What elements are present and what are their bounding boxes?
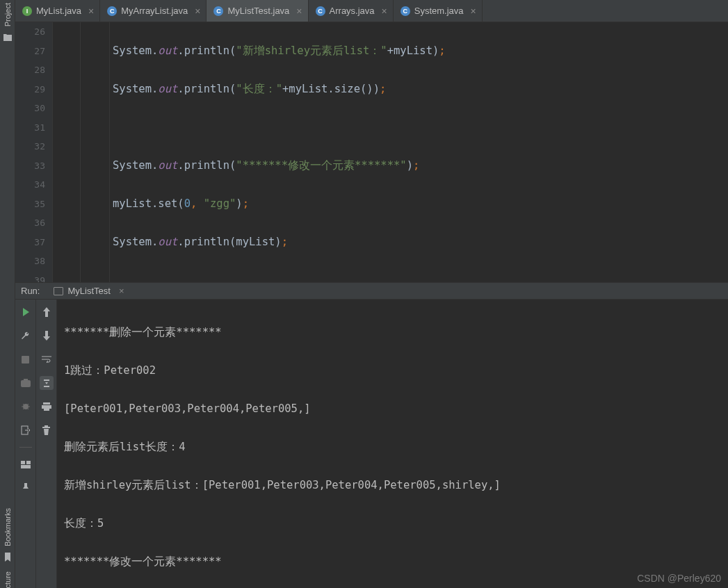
code-line: System.out.println("*******修改一个元素*******… <box>113 156 728 176</box>
wrap-icon[interactable] <box>40 352 54 366</box>
tab-label: MyListTest.java <box>227 6 289 16</box>
close-icon[interactable]: × <box>119 286 124 296</box>
svg-rect-0 <box>22 356 29 364</box>
up-arrow-icon[interactable] <box>40 305 54 319</box>
class-icon: C <box>316 6 325 16</box>
code-line: System.out.println(myList); <box>113 233 728 252</box>
line-number: 34 <box>15 175 45 195</box>
line-number: 36 <box>15 213 45 233</box>
line-number: 26 <box>15 22 45 42</box>
stop-button[interactable] <box>19 352 33 366</box>
svg-rect-10 <box>44 408 49 411</box>
code-body[interactable]: System.out.println("新增shirley元素后list："+m… <box>110 22 728 282</box>
print-icon[interactable] <box>40 400 54 414</box>
tab-mylist[interactable]: I MyList.java × <box>15 0 100 22</box>
line-number: 28 <box>15 60 45 80</box>
console-icon <box>54 287 63 295</box>
run-panel: Run: MyListTest × <box>15 282 728 588</box>
bug-icon[interactable] <box>19 400 33 414</box>
console-line: [Peter001,Peter003,Peter004,Peter005,] <box>64 400 721 419</box>
line-number: 30 <box>15 99 45 118</box>
line-number: 39 <box>15 271 45 283</box>
run-tab-label: MyListTest <box>67 286 110 296</box>
svg-rect-8 <box>43 402 50 405</box>
down-arrow-icon[interactable] <box>40 329 54 343</box>
close-icon[interactable]: × <box>88 6 94 17</box>
svg-rect-7 <box>21 465 31 468</box>
close-icon[interactable]: × <box>382 6 387 17</box>
trash-icon[interactable] <box>40 423 54 437</box>
bookmarks-tool-label[interactable]: Bookmarks <box>3 508 12 546</box>
code-line: myList.set(0, "zgg"); <box>113 195 728 214</box>
code-line: System.out.println("长度："+myList.size()); <box>113 80 728 99</box>
pin-icon[interactable] <box>19 481 33 495</box>
console-line: *******修改一个元素******* <box>64 553 721 572</box>
code-editor[interactable]: 26 27 28 29 30 31 32 33 34 35 36 37 38 3… <box>15 22 728 282</box>
editor-tabs: I MyList.java × C MyArrayList.java × C M… <box>15 0 728 22</box>
close-icon[interactable]: × <box>195 6 200 17</box>
run-label: Run: <box>21 286 40 296</box>
left-sidebar: Project Bookmarks cture <box>0 0 15 588</box>
tab-system[interactable]: C System.java × <box>394 0 483 22</box>
class-icon: C <box>401 6 410 16</box>
console-line: 删除元素后list长度：4 <box>64 438 721 457</box>
console-output[interactable]: *******删除一个元素******* 1跳过：Peter002 [Peter… <box>57 300 728 588</box>
structure-tool-label[interactable]: cture <box>3 571 12 588</box>
folder-icon[interactable] <box>2 32 13 43</box>
line-number: 29 <box>15 80 45 99</box>
class-icon: C <box>107 6 117 16</box>
svg-rect-5 <box>21 461 25 464</box>
run-button[interactable] <box>19 305 33 319</box>
console-line: *******删除一个元素******* <box>64 323 721 343</box>
line-number: 35 <box>15 195 45 214</box>
wrench-icon[interactable] <box>19 329 33 343</box>
tab-arrays[interactable]: C Arrays.java × <box>309 0 394 22</box>
layout-icon[interactable] <box>19 457 33 471</box>
line-number: 33 <box>15 156 45 176</box>
code-line: System.out.println("新增shirley元素后list："+m… <box>113 42 728 61</box>
console-line: 1跳过：Peter002 <box>64 361 721 381</box>
scroll-to-end-icon[interactable] <box>40 376 54 390</box>
run-toolbar-primary <box>15 300 36 588</box>
line-number: 31 <box>15 118 45 138</box>
close-icon[interactable]: × <box>296 6 302 17</box>
line-gutter: 26 27 28 29 30 31 32 33 34 35 36 37 38 3… <box>15 22 53 282</box>
line-number: 32 <box>15 137 45 156</box>
run-tab[interactable]: MyListTest × <box>48 283 129 299</box>
interface-icon: I <box>22 6 32 16</box>
line-number: 38 <box>15 252 45 271</box>
class-icon: C <box>213 6 223 16</box>
tab-myarraylist[interactable]: C MyArrayList.java × <box>100 0 207 22</box>
watermark: CSDN @Perley620 <box>637 573 721 584</box>
camera-icon[interactable] <box>19 376 33 390</box>
close-icon[interactable]: × <box>471 6 476 17</box>
tab-label: Arrays.java <box>330 6 375 16</box>
svg-rect-1 <box>21 380 31 387</box>
run-toolbar-secondary <box>36 300 57 588</box>
console-line: 新增shirley元素后list：[Peter001,Peter003,Pete… <box>64 476 721 496</box>
line-number: 27 <box>15 42 45 61</box>
tab-label: MyArrayList.java <box>121 6 188 16</box>
exit-icon[interactable] <box>19 423 33 437</box>
console-line: 长度：5 <box>64 514 721 534</box>
tab-label: System.java <box>414 6 464 16</box>
tab-mylisttest[interactable]: C MyListTest.java × <box>207 0 308 22</box>
run-header: Run: MyListTest × <box>15 283 728 300</box>
svg-rect-6 <box>26 461 31 464</box>
bookmark-icon[interactable] <box>2 552 13 563</box>
svg-rect-2 <box>24 379 28 381</box>
tab-label: MyList.java <box>36 6 81 16</box>
line-number: 37 <box>15 233 45 252</box>
project-tool-label[interactable]: Project <box>3 3 12 26</box>
